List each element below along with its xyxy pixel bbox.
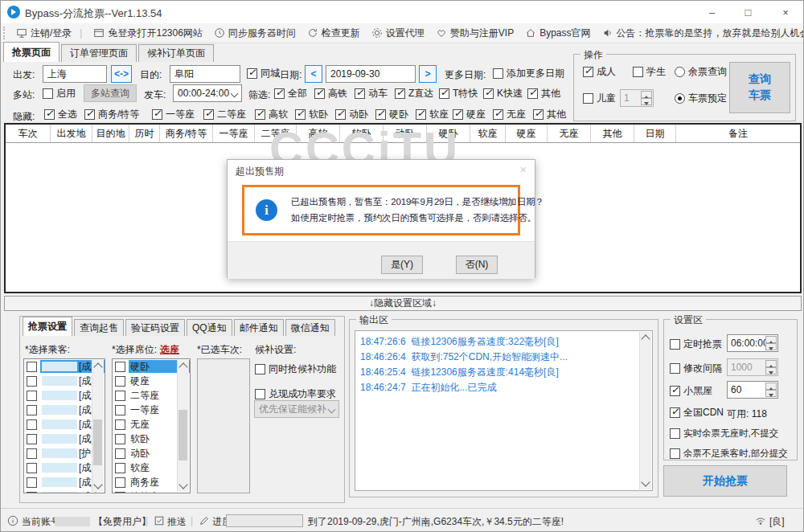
scroll-up-icon[interactable] <box>93 362 102 371</box>
seat-pick-link[interactable]: 选座 <box>160 343 179 357</box>
checkbox-icon[interactable] <box>27 419 37 430</box>
check-update-button[interactable]: 检查更新 <box>307 27 360 40</box>
filter-all-checkbox[interactable]: 全部 <box>274 87 307 100</box>
filter-t-checkbox[interactable]: T特快 <box>439 87 478 100</box>
tab-query-onsale[interactable]: 查询起售 <box>74 319 124 336</box>
col-from[interactable]: 出发地 <box>51 125 92 142</box>
filter-k-checkbox[interactable]: K快速 <box>483 87 523 100</box>
dialog-close-icon[interactable]: × <box>520 163 527 176</box>
checkbox-icon[interactable] <box>115 391 125 401</box>
stepper-arrows-icon[interactable] <box>765 383 777 397</box>
dest-input[interactable]: 阜阳 <box>170 65 240 83</box>
blackhouse-checkbox[interactable]: 小黑屋 <box>670 384 712 397</box>
checkbox-icon[interactable] <box>27 477 37 488</box>
col-wuzuo[interactable]: 无座 <box>548 125 591 142</box>
minimize-button[interactable]: – <box>694 1 730 23</box>
student-checkbox[interactable]: 学生 <box>633 65 666 78</box>
maximize-button[interactable]: □ <box>730 1 766 23</box>
checkbox-icon[interactable] <box>115 362 125 372</box>
checkbox-icon[interactable] <box>115 477 125 488</box>
stepper-arrows-icon[interactable] <box>641 91 652 105</box>
hide-dongwo-checkbox[interactable]: 动卧 <box>335 108 368 121</box>
selected-trains-box[interactable] <box>197 358 250 493</box>
no-button[interactable]: 否(N) <box>456 256 498 274</box>
checkbox-icon[interactable] <box>115 448 125 459</box>
checkbox-icon[interactable] <box>115 492 125 494</box>
checkbox-icon[interactable] <box>27 434 37 444</box>
filter-other-checkbox[interactable]: 其他 <box>527 87 560 100</box>
sync-server-time-button[interactable]: 同步服务器时间 <box>214 27 296 40</box>
hide-yingzuo-checkbox[interactable]: 硬座 <box>453 108 486 121</box>
remaining-query-radio[interactable]: 余票查询 <box>675 65 727 78</box>
timed-grab-checkbox[interactable]: 定时抢票 <box>670 338 722 350</box>
cdn-checkbox[interactable]: 全国CDN <box>670 406 724 419</box>
tab-grab-page[interactable]: 抢票页面 <box>3 42 59 62</box>
scroll-up-icon[interactable] <box>641 334 650 343</box>
start-grab-button[interactable]: 开始抢票 <box>663 465 787 497</box>
sponsor-vip-button[interactable]: 赞助与注册VIP <box>436 27 514 40</box>
hide-ruanwo-checkbox[interactable]: 软卧 <box>295 108 328 121</box>
col-other[interactable]: 其他 <box>591 125 634 142</box>
filter-dongche-checkbox[interactable]: 动车 <box>355 87 388 100</box>
tab-qq-notify[interactable]: QQ通知 <box>187 319 232 336</box>
depart-input[interactable]: 上海 <box>43 65 107 83</box>
hide-yingwo-checkbox[interactable]: 硬卧 <box>375 108 408 121</box>
waitlist-priority-select[interactable]: 优先保证能候补 <box>254 400 339 418</box>
scroll-down-icon[interactable] <box>93 480 102 489</box>
open-12306-button[interactable]: 免登录打开12306网站 <box>93 27 202 40</box>
hide-first-checkbox[interactable]: 一等座 <box>152 108 195 121</box>
checkbox-icon[interactable] <box>27 463 37 473</box>
checkbox-icon[interactable] <box>115 463 125 473</box>
col-business[interactable]: 商务/特等 <box>160 125 213 142</box>
filter-gaotie-checkbox[interactable]: 高铁 <box>314 87 347 100</box>
col-duration[interactable]: 历时 <box>129 125 160 142</box>
interval-checkbox[interactable]: 修改间隔 <box>670 362 722 374</box>
hide-gaoruan-checkbox[interactable]: 高软 <box>255 108 288 121</box>
add-more-dates-checkbox[interactable]: 添加更多日期 <box>493 67 564 80</box>
hide-settings-divider[interactable]: ↓隐藏设置区域↓ <box>4 296 802 311</box>
grab-waitlist-checkbox[interactable]: 同时抢候补功能 <box>255 362 336 375</box>
child-count-stepper[interactable]: 1 <box>620 89 654 107</box>
query-tickets-button[interactable]: 查询 车票 <box>729 62 790 113</box>
tab-wechat-notify[interactable]: 微信通知 <box>285 319 335 336</box>
col-train-no[interactable]: 车次 <box>6 125 51 142</box>
yes-button[interactable]: 是(Y) <box>381 256 423 274</box>
seat-list[interactable]: 硬卧 硬座 二等座 一等座 无座 软卧 动卧 软座 商务座 特等座 <box>112 358 191 493</box>
partial-submit-checkbox[interactable]: 余票不足乘客时,部分提交 <box>670 447 788 460</box>
blackhouse-stepper[interactable]: 60 <box>727 381 778 399</box>
checkbox-icon[interactable] <box>27 492 37 494</box>
col-to[interactable]: 目的地 <box>92 125 129 142</box>
col-yingzuo[interactable]: 硬座 <box>506 125 548 142</box>
child-checkbox[interactable]: 儿童 <box>583 92 616 104</box>
enable-multi-checkbox[interactable]: 启用 <box>43 87 76 100</box>
stepper-arrows-icon[interactable] <box>765 360 777 374</box>
adult-checkbox[interactable]: 成人 <box>583 65 616 78</box>
tab-mail-notify[interactable]: 邮件通知 <box>234 319 284 336</box>
checkbox-icon[interactable] <box>115 419 125 430</box>
output-log[interactable]: 18:47:26:6 链接12306服务器速度:322毫秒[良] 18:46:2… <box>355 330 653 491</box>
checkbox-icon[interactable] <box>115 376 125 387</box>
tab-captcha-settings[interactable]: 验证码设置 <box>125 319 185 336</box>
checkbox-icon[interactable] <box>115 405 125 415</box>
passenger-list-scrollbar[interactable] <box>92 360 104 492</box>
scroll-down-icon[interactable] <box>178 480 187 489</box>
close-button[interactable]: × <box>766 1 804 23</box>
interval-stepper[interactable]: 1000 <box>727 358 778 376</box>
checkbox-icon[interactable] <box>27 391 37 401</box>
next-date-button[interactable]: > <box>419 65 437 83</box>
scroll-thumb[interactable] <box>178 410 187 460</box>
hide-business-checkbox[interactable]: 商务/特等 <box>84 108 139 121</box>
checkbox-icon[interactable] <box>27 376 37 387</box>
col-first[interactable]: 一等座 <box>213 125 255 142</box>
hide-ruanzuo-checkbox[interactable]: 软座 <box>416 108 449 121</box>
redeem-rate-checkbox[interactable]: 兑现成功率要求 <box>255 387 336 400</box>
hide-selectall-checkbox[interactable]: 全选 <box>44 108 77 121</box>
push-label[interactable]: 推送 <box>167 515 187 529</box>
multi-station-query-button[interactable]: 多站查询 <box>84 84 137 102</box>
tab-order-management[interactable]: 订单管理页面 <box>61 44 137 62</box>
stepper-arrows-icon[interactable] <box>765 336 777 350</box>
output-scrollbar[interactable] <box>639 332 651 489</box>
checkbox-icon[interactable] <box>115 434 125 444</box>
swap-stations-button[interactable]: <-> <box>111 65 132 83</box>
checkbox-icon[interactable] <box>27 362 37 372</box>
